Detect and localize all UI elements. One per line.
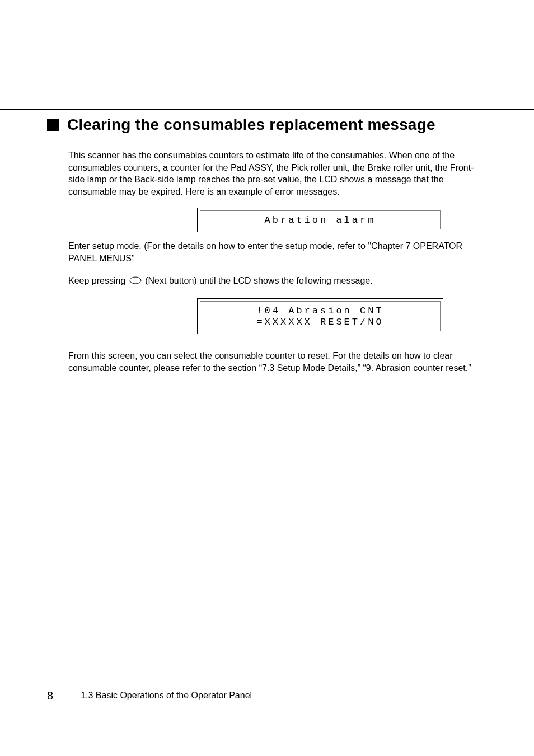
lcd1-line1: Abration alarm	[206, 214, 434, 226]
lcd-display-1: Abration alarm	[197, 208, 443, 232]
lcd-display-2: !04 Abrasion CNT =XXXXXX RESET/NO	[197, 298, 443, 334]
lcd2-line1: !04 Abrasion CNT	[206, 305, 434, 316]
next-button-icon	[129, 275, 142, 288]
page-number: 8	[47, 689, 53, 702]
footer-section-text: 1.3 Basic Operations of the Operator Pan…	[81, 691, 252, 701]
lcd2-line2: =XXXXXX RESET/NO	[206, 316, 434, 327]
horizontal-rule	[0, 109, 534, 110]
paragraph-intro: This scanner has the consumables counter…	[68, 149, 487, 198]
page-footer: 8 1.3 Basic Operations of the Operator P…	[47, 685, 252, 706]
footer-divider	[67, 685, 67, 706]
paragraph-keep-pressing: Keep pressing (Next button) until the LC…	[68, 275, 487, 288]
heading-bullet-icon	[47, 119, 59, 131]
svg-point-0	[130, 277, 141, 284]
p3-text-a: Keep pressing	[68, 276, 125, 285]
section-heading: Clearing the consumables replacement mes…	[67, 116, 435, 134]
paragraph-reset-info: From this screen, you can select the con…	[68, 350, 487, 374]
p3-text-b: (Next button) until the LCD shows the fo…	[145, 276, 372, 285]
section-heading-row: Clearing the consumables replacement mes…	[47, 116, 487, 134]
paragraph-setup-mode: Enter setup mode. (For the details on ho…	[68, 240, 487, 264]
